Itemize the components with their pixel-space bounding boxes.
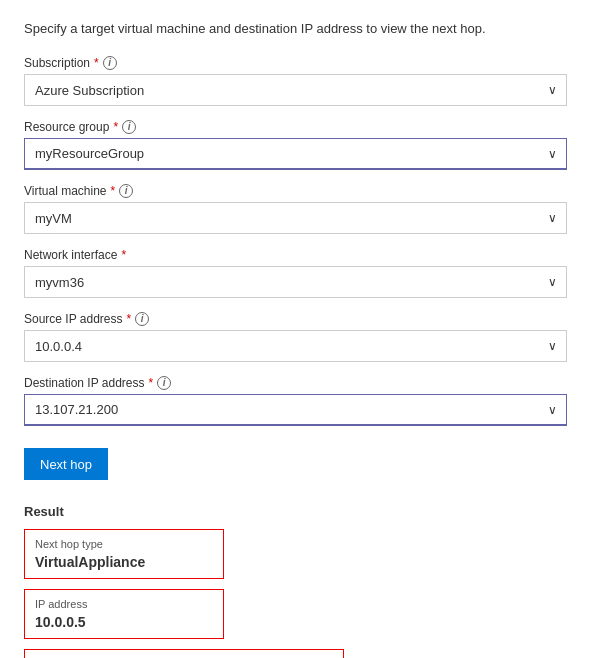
next-hop-type-card: Next hop type VirtualAppliance [24,529,224,579]
network-interface-dropdown[interactable]: myvm36 [24,266,567,298]
network-interface-label: Network interface * [24,248,567,262]
destination-ip-dropdown-wrapper: 13.107.21.200 ∨ [24,394,567,426]
ip-address-value: 10.0.0.5 [35,614,213,630]
next-hop-button[interactable]: Next hop [24,448,108,480]
resource-group-dropdown-wrapper: myResourceGroup ∨ [24,138,567,170]
source-ip-field: Source IP address * i 10.0.0.4 ∨ [24,312,567,362]
virtual-machine-dropdown-wrapper: myVM ∨ [24,202,567,234]
subscription-info-icon[interactable]: i [103,56,117,70]
route-table-id-card: Route table ID /subscriptions/abcdef01-2… [24,649,344,658]
resource-group-info-icon[interactable]: i [122,120,136,134]
next-hop-type-value: VirtualAppliance [35,554,213,570]
source-ip-required: * [127,312,132,326]
resource-group-label: Resource group * i [24,120,567,134]
virtual-machine-required: * [111,184,116,198]
virtual-machine-info-icon[interactable]: i [119,184,133,198]
virtual-machine-label: Virtual machine * i [24,184,567,198]
destination-ip-label: Destination IP address * i [24,376,567,390]
source-ip-dropdown[interactable]: 10.0.0.4 [24,330,567,362]
source-ip-info-icon[interactable]: i [135,312,149,326]
page-description: Specify a target virtual machine and des… [24,20,567,38]
destination-ip-info-icon[interactable]: i [157,376,171,390]
destination-ip-required: * [149,376,154,390]
destination-ip-field: Destination IP address * i 13.107.21.200… [24,376,567,426]
subscription-label: Subscription * i [24,56,567,70]
network-interface-dropdown-wrapper: myvm36 ∨ [24,266,567,298]
virtual-machine-dropdown[interactable]: myVM [24,202,567,234]
network-interface-required: * [121,248,126,262]
subscription-field: Subscription * i Azure Subscription ∨ [24,56,567,106]
network-interface-field: Network interface * myvm36 ∨ [24,248,567,298]
resource-group-field: Resource group * i myResourceGroup ∨ [24,120,567,170]
result-section: Result Next hop type VirtualAppliance IP… [24,504,567,658]
ip-address-label: IP address [35,598,213,610]
source-ip-dropdown-wrapper: 10.0.0.4 ∨ [24,330,567,362]
source-ip-label: Source IP address * i [24,312,567,326]
subscription-dropdown-wrapper: Azure Subscription ∨ [24,74,567,106]
ip-address-card: IP address 10.0.0.5 [24,589,224,639]
subscription-required: * [94,56,99,70]
resource-group-dropdown[interactable]: myResourceGroup [24,138,567,170]
next-hop-type-label: Next hop type [35,538,213,550]
subscription-dropdown[interactable]: Azure Subscription [24,74,567,106]
virtual-machine-field: Virtual machine * i myVM ∨ [24,184,567,234]
resource-group-required: * [113,120,118,134]
destination-ip-dropdown[interactable]: 13.107.21.200 [24,394,567,426]
result-section-label: Result [24,504,567,519]
